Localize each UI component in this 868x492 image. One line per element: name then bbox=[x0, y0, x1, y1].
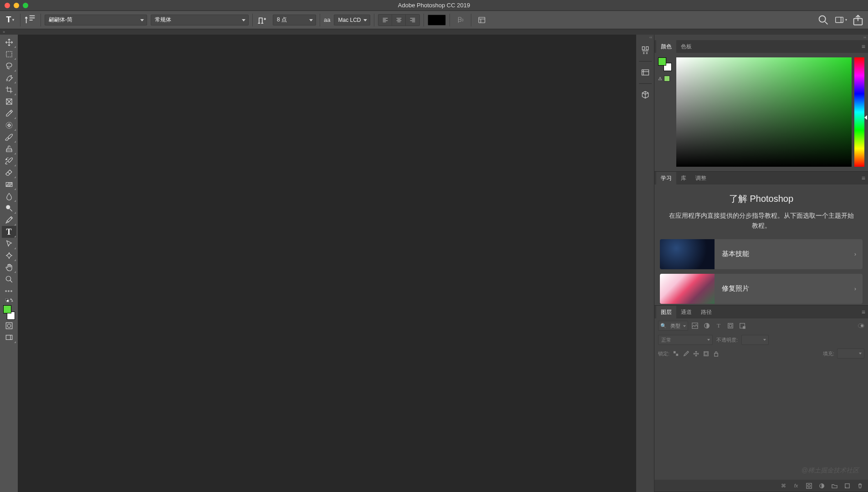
learn-card-basic-skills[interactable]: 基本技能 › bbox=[660, 239, 863, 269]
hand-tool[interactable] bbox=[2, 261, 16, 273]
panel-menu-icon[interactable]: ≡ bbox=[862, 43, 865, 50]
text-color-swatch[interactable] bbox=[428, 15, 446, 26]
font-family-dropdown[interactable]: 翩翩体-简 bbox=[45, 15, 147, 26]
type-tool[interactable]: T bbox=[2, 226, 16, 238]
3d-panel-icon[interactable] bbox=[639, 88, 652, 101]
share-icon[interactable] bbox=[852, 14, 864, 26]
dodge-tool[interactable] bbox=[2, 202, 16, 214]
color-foreground-swatch[interactable] bbox=[658, 57, 666, 66]
pen-tool[interactable] bbox=[2, 214, 16, 226]
tab-libraries[interactable]: 库 bbox=[676, 172, 691, 184]
screen-mode-button[interactable] bbox=[2, 332, 16, 343]
new-group-icon[interactable] bbox=[831, 482, 838, 489]
antialias-dropdown[interactable]: Mac LCD bbox=[334, 15, 370, 26]
foreground-background-colors[interactable] bbox=[2, 303, 16, 320]
properties-panel-icon[interactable] bbox=[639, 66, 652, 79]
hue-indicator bbox=[864, 115, 867, 120]
svg-rect-30 bbox=[705, 352, 707, 355]
filter-shape-icon[interactable] bbox=[726, 322, 735, 330]
saturation-value-picker[interactable] bbox=[676, 57, 852, 167]
blend-mode-dropdown[interactable]: 正常 bbox=[658, 335, 713, 345]
clone-stamp-tool[interactable] bbox=[2, 143, 16, 155]
search-icon[interactable] bbox=[817, 14, 830, 26]
rectangle-tool[interactable] bbox=[2, 250, 16, 261]
eraser-tool[interactable] bbox=[2, 167, 16, 179]
tab-color[interactable]: 颜色 bbox=[656, 40, 676, 53]
tab-learn[interactable]: 学习 bbox=[656, 172, 676, 184]
opacity-dropdown[interactable] bbox=[741, 335, 769, 345]
svg-point-33 bbox=[807, 484, 810, 487]
path-selection-tool[interactable] bbox=[2, 238, 16, 250]
window-close-button[interactable] bbox=[5, 3, 10, 8]
gradient-tool[interactable] bbox=[2, 179, 16, 190]
tab-paths[interactable]: 路径 bbox=[696, 306, 716, 318]
panel-menu-icon[interactable]: ≡ bbox=[862, 308, 865, 316]
foreground-color-swatch[interactable] bbox=[3, 305, 11, 313]
learn-card-title: 基本技能 bbox=[715, 250, 854, 258]
svg-point-5 bbox=[6, 63, 12, 67]
layers-list[interactable] bbox=[654, 360, 868, 480]
tool-preset-type-icon[interactable]: T▾ bbox=[4, 14, 16, 26]
rectangular-marquee-tool[interactable] bbox=[2, 48, 16, 60]
warp-text-button[interactable] bbox=[454, 15, 467, 26]
screen-mode-icon[interactable]: ▾ bbox=[834, 14, 847, 26]
history-panel-icon[interactable] bbox=[639, 44, 652, 56]
font-size-dropdown[interactable]: 8 点 bbox=[273, 15, 316, 26]
quick-selection-tool[interactable] bbox=[2, 72, 16, 84]
filter-toggle-switch[interactable] bbox=[858, 323, 864, 328]
color-fgbg-swatches[interactable] bbox=[658, 57, 672, 71]
tab-adjustments[interactable]: 调整 bbox=[691, 172, 711, 184]
blur-tool[interactable] bbox=[2, 190, 16, 202]
panels-collapse-icon[interactable]: ›› bbox=[654, 35, 868, 40]
zoom-tool[interactable] bbox=[2, 273, 16, 285]
window-zoom-button[interactable] bbox=[23, 3, 28, 8]
window-minimize-button[interactable] bbox=[14, 3, 19, 8]
brush-tool[interactable] bbox=[2, 131, 16, 143]
font-style-dropdown[interactable]: 常规体 bbox=[151, 15, 249, 26]
frame-tool[interactable] bbox=[2, 96, 16, 108]
fill-dropdown[interactable] bbox=[837, 348, 864, 359]
layer-style-icon[interactable]: fx bbox=[792, 482, 800, 489]
spot-healing-brush-tool[interactable] bbox=[2, 119, 16, 131]
layer-filter-kind-dropdown[interactable]: 🔍 类型 bbox=[658, 321, 688, 331]
tab-bar-collapse[interactable]: » bbox=[0, 29, 868, 35]
align-right-button[interactable] bbox=[406, 15, 419, 26]
filter-pixel-icon[interactable] bbox=[691, 322, 699, 330]
tab-channels[interactable]: 通道 bbox=[676, 306, 696, 318]
character-panel-toggle-button[interactable] bbox=[475, 15, 489, 26]
move-tool[interactable] bbox=[2, 36, 16, 48]
dock-expand-icon[interactable]: ‹‹ bbox=[636, 35, 654, 40]
default-swap-colors[interactable] bbox=[2, 297, 16, 303]
filter-adjustment-icon[interactable] bbox=[703, 322, 711, 330]
layer-mask-icon[interactable] bbox=[805, 482, 812, 489]
history-brush-tool[interactable] bbox=[2, 155, 16, 167]
crop-tool[interactable] bbox=[2, 84, 16, 96]
layers-panel-tabs: 图层 通道 路径 ≡ bbox=[654, 306, 868, 318]
hue-slider[interactable] bbox=[854, 57, 864, 167]
align-center-button[interactable] bbox=[392, 15, 406, 26]
tab-layers[interactable]: 图层 bbox=[656, 306, 676, 318]
lock-artboard-icon[interactable] bbox=[702, 350, 710, 357]
lock-image-icon[interactable] bbox=[682, 350, 689, 357]
tab-swatches[interactable]: 色板 bbox=[676, 40, 696, 53]
gamut-safe-swatch[interactable] bbox=[664, 76, 670, 82]
gamut-warning[interactable]: ⚠ bbox=[658, 76, 672, 82]
quick-mask-mode-button[interactable] bbox=[2, 320, 16, 332]
link-layers-icon[interactable]: ⌘ bbox=[780, 482, 787, 489]
adjustment-layer-icon[interactable] bbox=[818, 482, 825, 489]
filter-smartobject-icon[interactable] bbox=[738, 322, 746, 330]
lock-position-icon[interactable] bbox=[692, 350, 700, 357]
eyedropper-tool[interactable] bbox=[2, 108, 16, 119]
document-canvas[interactable] bbox=[18, 35, 636, 492]
new-layer-icon[interactable] bbox=[843, 482, 851, 489]
align-left-button[interactable] bbox=[378, 15, 392, 26]
filter-type-icon[interactable]: T bbox=[715, 322, 723, 330]
lasso-tool[interactable] bbox=[2, 60, 16, 72]
panel-menu-icon[interactable]: ≡ bbox=[862, 174, 865, 182]
learn-card-retouch-photos[interactable]: 修复照片 › bbox=[660, 274, 863, 304]
lock-transparency-icon[interactable] bbox=[672, 350, 679, 357]
delete-layer-icon[interactable] bbox=[856, 482, 863, 489]
lock-all-icon[interactable] bbox=[712, 350, 720, 357]
edit-toolbar-button[interactable]: ••• bbox=[2, 285, 16, 297]
text-orientation-toggle-icon[interactable] bbox=[24, 14, 37, 26]
